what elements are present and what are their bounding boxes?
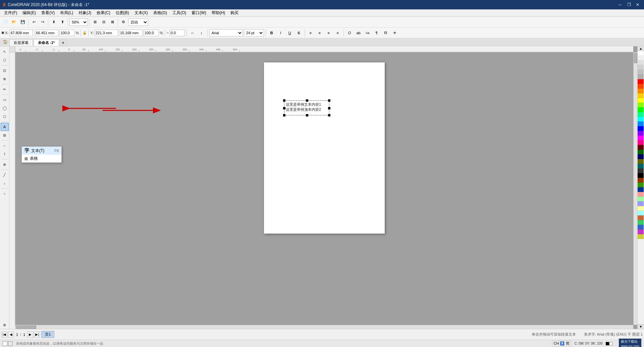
palette-color-item[interactable] bbox=[638, 164, 644, 168]
palette-color-item[interactable] bbox=[638, 65, 644, 70]
save-button[interactable]: 💾 bbox=[19, 18, 27, 27]
menu-bitmap[interactable]: 位图(B) bbox=[113, 9, 132, 16]
palette-down-btn[interactable]: ▼ bbox=[638, 324, 644, 329]
palette-color-item[interactable] bbox=[638, 107, 644, 112]
menu-tools[interactable]: 工具(O) bbox=[170, 9, 189, 16]
connector-tool-btn[interactable]: ⌇ bbox=[1, 150, 9, 158]
startup-select[interactable]: 启动 bbox=[128, 18, 148, 26]
dimension-tool-btn[interactable]: ↔ bbox=[1, 142, 9, 150]
handle-tl[interactable] bbox=[283, 99, 285, 102]
tab-add-btn[interactable]: + bbox=[60, 39, 66, 46]
right-scrollbar[interactable] bbox=[633, 52, 637, 325]
menu-view[interactable]: 查看(V) bbox=[39, 9, 57, 16]
align-center-btn[interactable]: ≡ bbox=[316, 29, 324, 37]
zoom-select[interactable]: 58% 100% 200% bbox=[69, 18, 88, 26]
text-tool-btn[interactable]: A bbox=[1, 123, 9, 131]
y-input[interactable] bbox=[95, 30, 118, 36]
minimize-button[interactable]: ─ bbox=[616, 2, 624, 8]
fill-swatch[interactable] bbox=[3, 341, 7, 346]
text-box-container[interactable]: 这里是举例文本内容1 这里是举例文本内容2 bbox=[284, 100, 329, 115]
zoom-tool-btn[interactable]: ⊕ bbox=[1, 75, 9, 83]
palette-color-item[interactable] bbox=[638, 75, 644, 79]
palette-color-item[interactable] bbox=[638, 173, 644, 178]
text-btn[interactable]: ab bbox=[355, 29, 363, 37]
table-tool-btn[interactable]: ⊞ bbox=[1, 131, 9, 139]
palette-up-btn[interactable]: ▲ bbox=[638, 46, 644, 51]
select-tool-btn[interactable]: ↖ bbox=[1, 48, 9, 56]
mirror-h-btn[interactable]: ↔ bbox=[189, 29, 197, 37]
menu-effects[interactable]: 效果(C) bbox=[94, 9, 113, 16]
ctx-table-item[interactable]: ⊞ 表格 bbox=[22, 155, 61, 162]
palette-color-item[interactable] bbox=[638, 84, 644, 89]
palette-color-item[interactable] bbox=[638, 206, 644, 211]
strikethrough-btn[interactable]: S bbox=[295, 29, 303, 37]
canvas-area[interactable]: -3 -2 -1 0 50 100 150 200 250 300 350 40… bbox=[9, 46, 637, 329]
eyedropper-tool-btn[interactable]: ╱ bbox=[1, 171, 9, 179]
palette-color-item[interactable] bbox=[638, 98, 644, 103]
outline-tool-btn[interactable]: ○ bbox=[1, 190, 9, 198]
handle-bl[interactable] bbox=[283, 114, 285, 116]
menu-buy[interactable]: 购买 bbox=[228, 9, 241, 16]
page-next-btn[interactable]: ▶ bbox=[27, 332, 33, 338]
palette-color-item[interactable] bbox=[638, 121, 644, 126]
palette-color-item[interactable] bbox=[638, 220, 644, 225]
menu-layout[interactable]: 布局(L) bbox=[57, 9, 76, 16]
italic-btn[interactable]: I bbox=[277, 29, 285, 37]
freehand-tool-btn[interactable]: ✏ bbox=[1, 85, 9, 93]
page-last-btn[interactable]: ▶| bbox=[34, 332, 40, 338]
bold-btn[interactable]: B bbox=[268, 29, 276, 37]
restore-button[interactable]: ❐ bbox=[625, 2, 633, 8]
ellipse-tool-btn[interactable]: ◯ bbox=[1, 104, 9, 112]
open-button[interactable]: 📂 bbox=[10, 18, 18, 27]
menu-file[interactable]: 文件(F) bbox=[1, 9, 20, 16]
menu-object[interactable]: 对象(J) bbox=[76, 9, 94, 16]
palette-color-item[interactable] bbox=[638, 183, 644, 187]
palette-color-item[interactable] bbox=[638, 145, 644, 150]
char-format-btn[interactable]: O bbox=[345, 29, 354, 37]
palette-color-item[interactable] bbox=[638, 150, 644, 154]
scale-w-input[interactable] bbox=[59, 30, 74, 36]
handle-ml[interactable] bbox=[283, 107, 285, 109]
page1-tab[interactable]: 页1 bbox=[41, 331, 54, 338]
palette-color-item[interactable] bbox=[638, 89, 644, 93]
palette-color-item[interactable] bbox=[638, 234, 644, 239]
palette-color-item[interactable] bbox=[638, 187, 644, 192]
extra-tools-btn[interactable]: ⊕ bbox=[1, 321, 9, 329]
palette-color-item[interactable] bbox=[638, 56, 644, 60]
font-size-select[interactable]: 24 pt bbox=[244, 29, 264, 37]
palette-color-item[interactable] bbox=[638, 168, 644, 173]
node-tool-btn[interactable]: ⬡ bbox=[1, 56, 9, 64]
tab-document[interactable]: 未命名 -1* bbox=[34, 39, 59, 46]
undo-button[interactable]: ↩ bbox=[30, 18, 38, 27]
palette-color-item[interactable] bbox=[638, 136, 644, 140]
x-input[interactable] bbox=[9, 30, 33, 36]
handle-tm[interactable] bbox=[306, 99, 308, 102]
scale-h-input[interactable] bbox=[144, 30, 159, 36]
w-input[interactable] bbox=[35, 30, 58, 36]
handle-mr[interactable] bbox=[328, 107, 330, 109]
palette-color-item[interactable] bbox=[638, 178, 644, 183]
palette-color-item[interactable] bbox=[638, 230, 644, 234]
columns-btn[interactable]: ⊟ bbox=[382, 29, 390, 37]
angle-input[interactable] bbox=[170, 30, 185, 36]
palette-color-item[interactable] bbox=[638, 154, 644, 159]
ch-btn[interactable]: CH ♿ 简 bbox=[552, 340, 571, 347]
scroll-thumb-v[interactable] bbox=[634, 53, 637, 63]
new-button[interactable]: 📄 bbox=[1, 18, 9, 27]
underline-btn[interactable]: U bbox=[286, 29, 294, 37]
handle-bm[interactable] bbox=[306, 114, 308, 116]
close-button[interactable]: ✕ bbox=[634, 2, 641, 8]
paragraph-btn[interactable]: ¶ bbox=[373, 29, 381, 37]
snap-button[interactable]: ⊞ bbox=[91, 18, 99, 27]
polygon-tool-btn[interactable]: ⬠ bbox=[1, 112, 9, 120]
h-input[interactable] bbox=[119, 30, 143, 36]
align-left-btn[interactable]: ≡ bbox=[307, 29, 315, 37]
palette-color-item[interactable] bbox=[638, 131, 644, 136]
crop-tool-btn[interactable]: ⊡ bbox=[1, 66, 9, 75]
palette-color-item[interactable] bbox=[638, 103, 644, 107]
palette-color-item[interactable] bbox=[638, 225, 644, 230]
menu-help[interactable]: 帮助(H) bbox=[209, 9, 228, 16]
grid-button[interactable]: ⊟ bbox=[100, 18, 108, 27]
page-prev-btn[interactable]: ◀ bbox=[8, 332, 14, 338]
menu-window[interactable]: 窗口(W) bbox=[189, 9, 209, 16]
